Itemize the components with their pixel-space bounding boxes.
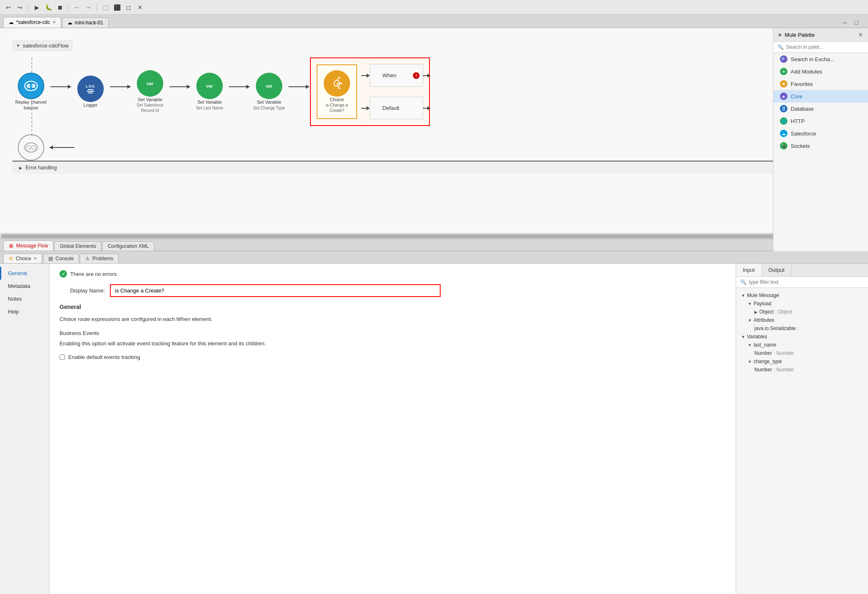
tree-mule-message[interactable]: ▼ Mule Message bbox=[736, 291, 868, 299]
node-logger-icon[interactable]: LOG bbox=[77, 76, 104, 102]
node-sf-return[interactable] bbox=[12, 134, 50, 161]
palette-search-box[interactable]: 🔍 bbox=[773, 42, 868, 53]
error-handling-arrow: ▶ bbox=[19, 166, 22, 170]
tab-sf-close[interactable]: ✕ bbox=[52, 20, 56, 24]
toolbar-btn-stop[interactable]: ⏹ bbox=[55, 2, 65, 12]
diagram-scroll[interactable]: ▼ salesforce-cdcFlow bbox=[0, 28, 868, 233]
tree-variables[interactable]: ▼ Variables bbox=[736, 333, 868, 341]
tree-serializable-label: java.io.Serializable : bbox=[754, 326, 799, 331]
node-replay[interactable]: Replay channellistener bbox=[12, 73, 50, 111]
node-setvar1[interactable]: var Set Variable Set SalesforceRecord Id bbox=[131, 70, 169, 113]
choice-tab-close[interactable]: ✕ bbox=[33, 257, 37, 261]
bottom-tab-bar: ⊗ Message Flow Global Elements Configura… bbox=[0, 239, 868, 251]
tree-object[interactable]: ▶ Object : Object bbox=[749, 308, 868, 316]
default-right-arrow bbox=[423, 108, 430, 109]
palette-close-icon[interactable]: ✕ bbox=[858, 31, 863, 38]
editor-tab-choice[interactable]: ⚙ Choice ✕ bbox=[3, 254, 42, 263]
toolbar-btn-layout3[interactable]: ◻ bbox=[124, 2, 134, 12]
input-output-panel: Input Output 🔍 ▼ Mule Message bbox=[736, 264, 868, 594]
bottom-props: General Metadata Notes Help bbox=[0, 264, 868, 594]
tree-last-name-type[interactable]: Number : Number bbox=[749, 349, 868, 357]
window-minimize[interactable]: ─ bbox=[840, 18, 850, 28]
node-choice-icon[interactable] bbox=[324, 70, 350, 97]
svg-point-12 bbox=[27, 145, 31, 150]
error-handling-bar[interactable]: ▶ Error handling bbox=[12, 161, 856, 174]
palette-favorites-icon: ★ bbox=[780, 80, 787, 88]
palette-sf-label: Salesforce bbox=[791, 131, 816, 137]
node-setvar2[interactable]: var Set Variable Set Last Name bbox=[191, 73, 228, 110]
node-sf-return-icon[interactable] bbox=[18, 134, 44, 161]
palette-sockets-label: Sockets bbox=[791, 143, 810, 149]
tab-message-flow[interactable]: ⊗ Message Flow bbox=[3, 240, 53, 251]
tree-change-type-type[interactable]: Number : Number bbox=[749, 366, 868, 374]
toolbar-btn-layout1[interactable]: ⬚ bbox=[100, 2, 110, 12]
tab-input[interactable]: Input bbox=[736, 264, 762, 276]
editor-tab-console[interactable]: ▤ Console bbox=[43, 254, 79, 263]
props-nav: General Metadata Notes Help bbox=[0, 264, 50, 594]
choice-selected-box[interactable]: Choice is Change aCreate? bbox=[310, 57, 430, 126]
node-setvar1-label: Set Variable bbox=[138, 97, 162, 102]
toolbar-btn-debug[interactable]: 🐛 bbox=[43, 2, 53, 12]
tree-attributes[interactable]: ▼ Attributes bbox=[743, 316, 868, 324]
flow-title-bar: ▼ salesforce-cdcFlow bbox=[12, 40, 72, 51]
palette-item-http[interactable]: 🌐 HTTP bbox=[773, 115, 868, 127]
palette-item-sockets[interactable]: 🔌 Sockets bbox=[773, 140, 868, 152]
filter-input[interactable] bbox=[749, 279, 864, 285]
props-nav-general-label: General bbox=[8, 270, 27, 276]
toolbar-btn-undo[interactable]: ↩ bbox=[3, 2, 13, 12]
node-setvar1-sublabel: Set SalesforceRecord Id bbox=[136, 102, 163, 113]
tree-last-name[interactable]: ▼ last_name bbox=[743, 341, 868, 349]
palette-item-favorites[interactable]: ★ Favorites bbox=[773, 78, 868, 90]
toolbar-btn-run[interactable]: ▶ bbox=[32, 2, 42, 12]
nodes-row: Replay channellistener LOG bbox=[12, 57, 856, 126]
tab-config-xml[interactable]: Configuration XML bbox=[102, 241, 154, 251]
enable-events-checkbox[interactable] bbox=[60, 354, 65, 360]
tab-mh-label: mini-hack-01 bbox=[75, 20, 103, 26]
palette-search-input[interactable] bbox=[786, 44, 864, 50]
props-nav-metadata[interactable]: Metadata bbox=[0, 280, 49, 292]
toolbar-btn-layout2[interactable]: ⬛ bbox=[112, 2, 122, 12]
editor-tab-bar: ⚙ Choice ✕ ▤ Console ⚠ Problems bbox=[0, 251, 868, 264]
palette-core-label: Core bbox=[791, 93, 802, 100]
display-name-label: Display Name: bbox=[60, 287, 105, 294]
when-row: When ! bbox=[361, 64, 423, 87]
node-setvar1-icon[interactable]: var bbox=[137, 70, 163, 97]
palette-item-core[interactable]: ◈ Core bbox=[773, 90, 868, 102]
node-choice[interactable]: Choice is Change aCreate? bbox=[322, 70, 351, 113]
toolbar-btn-back[interactable]: ← bbox=[72, 2, 82, 12]
toolbar-btn-fwd[interactable]: → bbox=[83, 2, 93, 12]
palette-search-exchange-icon: 🔍 bbox=[780, 55, 787, 63]
window-maximize[interactable]: □ bbox=[851, 18, 861, 28]
choice-icon-svg bbox=[330, 77, 343, 90]
editor-tab-problems[interactable]: ⚠ Problems bbox=[80, 254, 119, 263]
tree-serializable[interactable]: java.io.Serializable : bbox=[749, 324, 868, 333]
tab-global-elements[interactable]: Global Elements bbox=[54, 241, 101, 251]
props-nav-notes[interactable]: Notes bbox=[0, 292, 49, 305]
tree-payload[interactable]: ▼ Payload bbox=[743, 299, 868, 308]
scroll-bar[interactable] bbox=[0, 233, 868, 239]
toolbar-btn-close[interactable]: ✕ bbox=[135, 2, 145, 12]
node-setvar2-icon[interactable]: var bbox=[196, 73, 223, 99]
node-replay-icon[interactable] bbox=[18, 73, 44, 99]
palette-item-salesforce[interactable]: ☁ Salesforce bbox=[773, 127, 868, 140]
default-block[interactable]: Default bbox=[370, 97, 423, 119]
palette-item-add-modules[interactable]: + Add Modules bbox=[773, 65, 868, 78]
tree-change-type[interactable]: ▼ change_type bbox=[743, 357, 868, 366]
palette-item-search-exchange[interactable]: 🔍 Search in Excha... bbox=[773, 53, 868, 65]
editor-tab-problems-label: Problems bbox=[92, 256, 113, 261]
node-setvar2-text: var bbox=[206, 83, 213, 88]
when-block[interactable]: When ! bbox=[370, 64, 423, 87]
flow-collapse-arrow[interactable]: ▼ bbox=[16, 43, 20, 48]
display-name-input[interactable] bbox=[110, 284, 441, 297]
node-setvar3-icon[interactable]: var bbox=[256, 73, 282, 99]
props-nav-help[interactable]: Help bbox=[0, 305, 49, 318]
props-nav-general[interactable]: General bbox=[0, 267, 49, 280]
toolbar-btn-redo[interactable]: ↪ bbox=[15, 2, 25, 12]
palette-header: ≡ Mule Palette ✕ bbox=[773, 28, 868, 42]
tab-output[interactable]: Output bbox=[762, 264, 792, 276]
node-logger[interactable]: LOG bbox=[72, 76, 109, 108]
tab-salesforce-cdc[interactable]: ☁ *salesforce-cdc ✕ bbox=[3, 17, 61, 28]
node-setvar3[interactable]: var Set Variable Set Change Type bbox=[250, 73, 288, 110]
palette-item-database[interactable]: 🗄 Database bbox=[773, 102, 868, 115]
tab-mini-hack[interactable]: ☁ mini-hack-01 bbox=[62, 17, 109, 28]
